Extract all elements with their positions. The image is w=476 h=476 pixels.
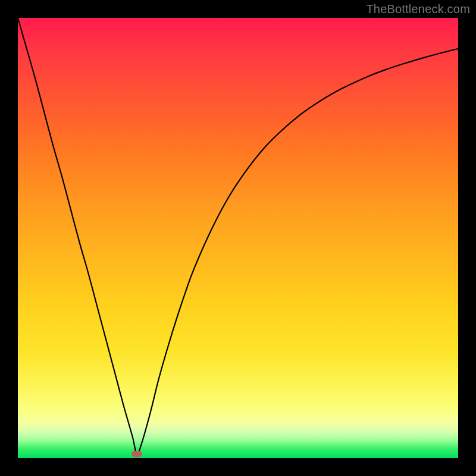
watermark-text: TheBottleneck.com (366, 2, 470, 16)
plot-area (18, 18, 458, 458)
curve-svg (18, 18, 458, 458)
optimum-marker (131, 451, 142, 457)
chart-frame: TheBottleneck.com (0, 0, 476, 476)
bottleneck-curve (18, 18, 458, 454)
